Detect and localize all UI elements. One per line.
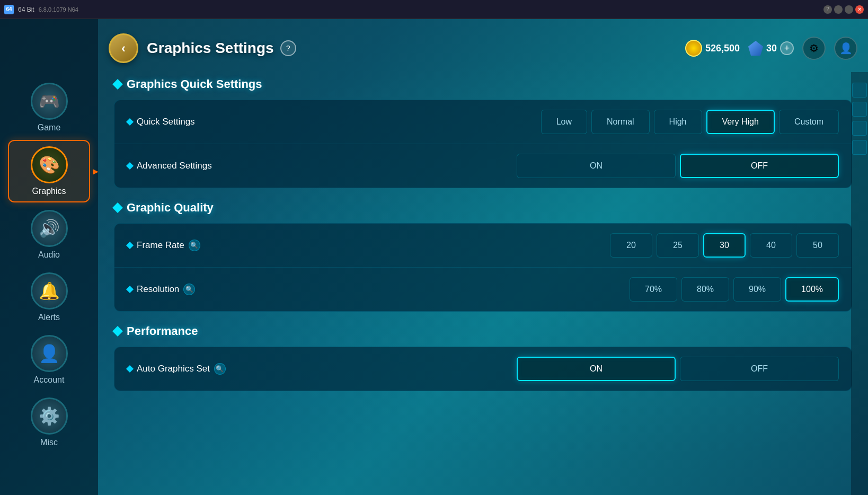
section-diamond-1 — [112, 79, 123, 90]
settings-icon: ⚙ — [809, 42, 819, 55]
add-gems-button[interactable]: + — [780, 41, 794, 55]
sidebar-item-graphics[interactable]: 🎨 Graphics — [8, 140, 90, 202]
advanced-settings-btn-group: ON OFF — [244, 154, 839, 178]
sidebar-label-audio: Audio — [38, 250, 60, 260]
quick-settings-row: Quick Settings Low Normal High Very High… — [114, 100, 852, 144]
row-diamond-adv — [126, 162, 134, 170]
sidebar-item-alerts[interactable]: 🔔 Alerts — [8, 267, 90, 328]
main-content: Graphics Quick Settings Quick Settings L… — [98, 19, 868, 495]
header: ‹ Graphics Settings ? 526,500 30 + ⚙ 👤 — [98, 19, 868, 77]
profile-icon-btn[interactable]: 👤 — [834, 37, 857, 60]
sidebar: 🎮 Game 🎨 Graphics 🔊 Audio 🔔 Alerts 👤 — [0, 19, 98, 495]
sidebar-item-account[interactable]: 👤 Account — [8, 330, 90, 390]
btn-fps-50[interactable]: 50 — [796, 233, 839, 258]
gem-amount: 30 — [766, 43, 777, 54]
quick-settings-label-area: Quick Settings — [127, 117, 233, 127]
graphics-icon-wrap: 🎨 — [31, 146, 68, 183]
minimize-btn[interactable]: — — [834, 5, 843, 14]
performance-panel: Auto Graphics Set 🔍 ON OFF — [114, 347, 852, 391]
back-icon: ‹ — [121, 41, 126, 56]
page-title: Graphics Settings — [147, 40, 274, 57]
sidebar-label-account: Account — [34, 375, 65, 385]
section-quick-settings-header: Graphics Quick Settings — [114, 77, 852, 91]
row-diamond-auto — [126, 365, 134, 373]
btn-low[interactable]: Low — [541, 110, 587, 134]
quick-settings-btn-group: Low Normal High Very High Custom — [244, 110, 839, 134]
help-btn[interactable]: ? — [823, 5, 832, 14]
section-diamond-3 — [112, 326, 123, 337]
misc-icon-wrap: ⚙️ — [31, 397, 68, 435]
frame-rate-info-icon[interactable]: 🔍 — [189, 240, 200, 251]
sidebar-label-game: Game — [38, 123, 61, 132]
edge-btn-1[interactable] — [852, 83, 867, 98]
section-quick-settings: Graphics Quick Settings Quick Settings L… — [114, 77, 852, 188]
gem-icon — [748, 41, 763, 56]
resolution-btn-group: 70% 80% 90% 100% — [244, 277, 839, 302]
edge-btn-3[interactable] — [852, 121, 867, 136]
settings-icon-btn[interactable]: ⚙ — [802, 37, 826, 60]
sidebar-item-audio[interactable]: 🔊 Audio — [8, 205, 90, 265]
titlebar-left: 64 64 Bit 6.8.0.1079 N64 — [4, 5, 78, 14]
gold-currency: 526,500 — [685, 40, 740, 57]
alerts-icon: 🔔 — [39, 281, 60, 301]
frame-rate-label: Frame Rate — [137, 240, 184, 251]
maximize-btn[interactable]: □ — [845, 5, 853, 14]
audio-icon: 🔊 — [39, 218, 60, 238]
resolution-info-icon[interactable]: 🔍 — [183, 284, 195, 295]
app-name: 64 Bit — [18, 6, 34, 13]
account-icon-wrap: 👤 — [31, 335, 68, 372]
app-icon: 64 — [4, 5, 14, 14]
sidebar-label-misc: Misc — [40, 438, 58, 447]
window-controls: ? — □ ✕ — [823, 5, 864, 14]
edge-btn-4[interactable] — [852, 140, 867, 155]
auto-graphics-label: Auto Graphics Set — [137, 364, 210, 374]
btn-normal[interactable]: Normal — [591, 110, 650, 134]
sidebar-label-graphics: Graphics — [32, 187, 66, 196]
row-diamond-res — [126, 286, 134, 293]
btn-auto-off[interactable]: OFF — [680, 357, 839, 381]
sidebar-item-game[interactable]: 🎮 Game — [8, 77, 90, 138]
btn-very-high[interactable]: Very High — [706, 110, 775, 134]
btn-res-100[interactable]: 100% — [785, 277, 839, 302]
resolution-label-area: Resolution 🔍 — [127, 284, 233, 295]
frame-rate-row: Frame Rate 🔍 20 25 30 40 50 — [114, 224, 852, 268]
section-performance-header: Performance — [114, 324, 852, 338]
btn-adv-off[interactable]: OFF — [680, 154, 839, 178]
account-icon: 👤 — [39, 343, 60, 364]
advanced-settings-label-area: Advanced Settings — [127, 161, 233, 171]
right-edge — [851, 72, 868, 495]
auto-graphics-row: Auto Graphics Set 🔍 ON OFF — [114, 347, 852, 391]
app-version: 6.8.0.1079 N64 — [39, 6, 78, 13]
titlebar: 64 64 Bit 6.8.0.1079 N64 ? — □ ✕ — [0, 0, 868, 19]
section-diamond-2 — [112, 202, 123, 213]
game-icon: 🎮 — [39, 91, 60, 111]
btn-high[interactable]: High — [654, 110, 702, 134]
quick-settings-panel: Quick Settings Low Normal High Very High… — [114, 100, 852, 188]
gem-currency: 30 + — [748, 41, 794, 56]
misc-icon: ⚙️ — [39, 406, 60, 426]
close-btn[interactable]: ✕ — [855, 5, 864, 14]
btn-fps-20[interactable]: 20 — [610, 233, 652, 258]
btn-res-80[interactable]: 80% — [681, 277, 729, 302]
btn-fps-25[interactable]: 25 — [657, 233, 699, 258]
auto-graphics-label-area: Auto Graphics Set 🔍 — [127, 363, 233, 375]
game-icon-wrap: 🎮 — [31, 83, 68, 120]
btn-fps-30[interactable]: 30 — [703, 233, 746, 258]
back-button[interactable]: ‹ — [109, 33, 138, 63]
btn-adv-on[interactable]: ON — [517, 154, 676, 178]
auto-graphics-info-icon[interactable]: 🔍 — [214, 363, 226, 375]
header-help-button[interactable]: ? — [280, 40, 296, 56]
btn-res-70[interactable]: 70% — [630, 277, 677, 302]
btn-res-90[interactable]: 90% — [733, 277, 781, 302]
btn-auto-on[interactable]: ON — [517, 357, 676, 381]
section-title-performance: Performance — [127, 324, 198, 338]
btn-custom[interactable]: Custom — [779, 110, 839, 134]
row-diamond-fps — [126, 242, 134, 249]
section-title-quick-settings: Graphics Quick Settings — [127, 77, 262, 91]
btn-fps-40[interactable]: 40 — [750, 233, 792, 258]
sidebar-item-misc[interactable]: ⚙️ Misc — [8, 392, 90, 453]
edge-btn-2[interactable] — [852, 102, 867, 117]
frame-rate-btn-group: 20 25 30 40 50 — [244, 233, 839, 258]
profile-icon: 👤 — [839, 42, 853, 55]
resolution-label: Resolution — [137, 284, 179, 295]
